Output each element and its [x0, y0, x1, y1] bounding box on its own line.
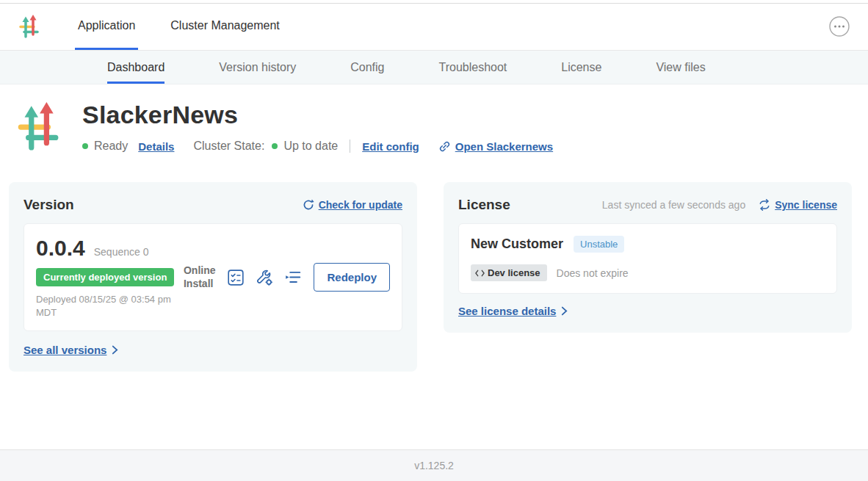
ready-status-dot: [82, 143, 88, 149]
divider: [350, 140, 350, 153]
dashboard-cards: Version Check for update 0.0.4 Se: [0, 153, 868, 372]
version-card: Version Check for update 0.0.4 Se: [9, 182, 417, 372]
link-icon: [438, 140, 451, 153]
subnav-license[interactable]: License: [561, 51, 601, 84]
app-logo-large-icon: [15, 102, 60, 151]
chevron-right-icon: [112, 345, 118, 355]
page-title: SlackerNews: [82, 101, 553, 129]
subnav-troubleshoot[interactable]: Troubleshoot: [438, 51, 507, 84]
cluster-state-value: Up to date: [283, 140, 338, 153]
preflight-checks-button[interactable]: [227, 269, 245, 286]
code-icon: [475, 270, 485, 277]
deployed-badge: Currently deployed version: [36, 268, 174, 286]
config-tool-button[interactable]: [256, 269, 273, 286]
see-all-versions-label: See all versions: [23, 344, 106, 356]
deployed-timestamp: Deployed 08/15/25 @ 03:54 pm MDT: [36, 293, 184, 319]
check-for-update-link[interactable]: Check for update: [303, 199, 402, 211]
logs-icon: [284, 269, 302, 286]
license-type-badge: Dev license: [471, 264, 547, 281]
subnav-dashboard[interactable]: Dashboard: [107, 51, 164, 84]
edit-config-link[interactable]: Edit config: [362, 140, 419, 153]
overflow-menu-button[interactable]: [828, 15, 850, 37]
footer: v1.125.2: [0, 449, 868, 481]
primary-tabs: Application Cluster Management: [75, 3, 283, 50]
sync-arrows-icon: [759, 199, 770, 211]
tab-application[interactable]: Application: [75, 3, 138, 50]
see-all-versions-link[interactable]: See all versions: [23, 344, 118, 356]
details-link[interactable]: Details: [138, 140, 174, 153]
sync-license-link[interactable]: Sync license: [759, 199, 837, 211]
app-logo-icon: [18, 15, 40, 38]
app-header: SlackerNews Ready Details Cluster State:…: [0, 84, 868, 153]
subnav-view-files[interactable]: View files: [656, 51, 705, 84]
ready-status-label: Ready: [94, 140, 128, 153]
install-type-label: Online Install: [184, 264, 217, 290]
secondary-nav: Dashboard Version history Config Trouble…: [0, 51, 868, 84]
ellipsis-circle-icon: [828, 15, 850, 37]
status-row: Ready Details Cluster State: Up to date …: [82, 140, 553, 153]
subnav-config[interactable]: Config: [350, 51, 384, 84]
version-card-title: Version: [23, 197, 74, 213]
open-app-link[interactable]: Open Slackernews: [438, 140, 553, 153]
check-for-update-label: Check for update: [319, 199, 402, 211]
cluster-state-label: Cluster State:: [193, 140, 264, 153]
customer-name: New Customer: [471, 236, 563, 252]
license-panel: New Customer Unstable Dev license Does n…: [458, 223, 837, 294]
redeploy-button[interactable]: Redeploy: [314, 263, 390, 292]
license-card: License Last synced a few seconds ago Sy…: [444, 182, 852, 333]
top-navbar: Application Cluster Management: [0, 0, 868, 51]
license-card-title: License: [458, 197, 510, 213]
chevron-right-icon: [561, 306, 568, 316]
channel-badge: Unstable: [574, 236, 624, 253]
see-license-details-link[interactable]: See license details: [458, 305, 568, 317]
refresh-icon: [303, 199, 314, 211]
sync-license-label: Sync license: [775, 199, 837, 211]
tab-cluster-management[interactable]: Cluster Management: [167, 3, 283, 50]
console-version-label: v1.125.2: [414, 460, 454, 471]
subnav-version-history[interactable]: Version history: [219, 51, 296, 84]
cluster-state-dot: [272, 143, 278, 149]
see-license-details-label: See license details: [458, 305, 556, 317]
wrench-gear-icon: [256, 269, 273, 286]
expiry-label: Does not expire: [557, 267, 629, 279]
sequence-label: Sequence 0: [94, 246, 149, 258]
current-version-panel: 0.0.4 Sequence 0 Currently deployed vers…: [23, 223, 402, 331]
last-synced-label: Last synced a few seconds ago: [602, 199, 745, 211]
open-app-label: Open Slackernews: [455, 140, 553, 153]
version-number: 0.0.4: [36, 236, 85, 261]
checklist-icon: [227, 269, 245, 286]
license-type-label: Dev license: [488, 267, 540, 278]
deploy-logs-button[interactable]: [284, 269, 302, 286]
